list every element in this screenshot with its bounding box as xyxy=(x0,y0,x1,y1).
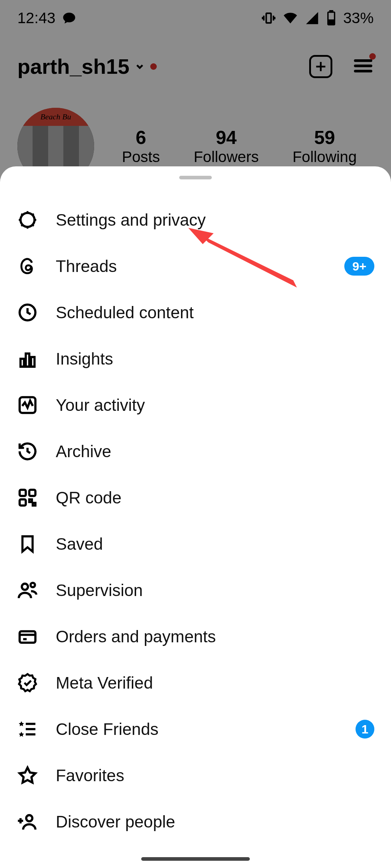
menu-scheduled[interactable]: Scheduled content xyxy=(17,289,374,336)
menu-button[interactable] xyxy=(353,55,374,78)
posts-label: Posts xyxy=(122,148,160,166)
followers-label: Followers xyxy=(194,148,259,166)
svg-rect-11 xyxy=(29,490,35,496)
notification-dot xyxy=(150,63,157,70)
stat-followers[interactable]: 94 Followers xyxy=(194,127,259,166)
menu-insights[interactable]: Insights xyxy=(17,336,374,382)
star-list-icon xyxy=(17,718,38,740)
menu-supervision[interactable]: Supervision xyxy=(17,567,374,613)
svg-rect-0 xyxy=(266,13,271,23)
following-count: 59 xyxy=(293,127,357,148)
gear-icon xyxy=(17,209,38,231)
stat-following[interactable]: 59 Following xyxy=(293,127,357,166)
add-person-icon xyxy=(17,811,38,833)
profile-header: parth_sh15 xyxy=(0,54,391,78)
menu-threads-label: Threads xyxy=(56,256,327,276)
svg-rect-6 xyxy=(21,359,24,367)
username-switcher[interactable]: parth_sh15 xyxy=(17,54,157,78)
svg-rect-14 xyxy=(33,503,35,506)
clock-icon xyxy=(17,302,38,323)
plus-icon xyxy=(314,60,328,73)
menu-orders-label: Orders and payments xyxy=(56,627,374,646)
svg-rect-3 xyxy=(329,20,334,24)
battery-icon xyxy=(326,10,337,26)
chat-icon xyxy=(62,11,76,25)
svg-point-18 xyxy=(26,815,32,821)
chevron-down-icon xyxy=(134,61,145,72)
menu-scheduled-label: Scheduled content xyxy=(56,303,374,322)
menu-notification-dot xyxy=(369,53,376,60)
threads-badge: 9+ xyxy=(344,257,374,276)
threads-icon xyxy=(17,255,38,277)
following-label: Following xyxy=(293,148,357,166)
star-icon xyxy=(17,765,38,786)
menu-saved-label: Saved xyxy=(56,534,374,554)
menu-activity-label: Your activity xyxy=(56,395,374,415)
wifi-icon xyxy=(282,10,298,26)
menu-settings-label: Settings and privacy xyxy=(56,210,374,230)
followers-count: 94 xyxy=(194,127,259,148)
status-time: 12:43 xyxy=(17,9,55,27)
svg-rect-12 xyxy=(20,499,26,506)
qr-icon xyxy=(17,487,38,509)
menu-favorites[interactable]: Favorites xyxy=(17,752,374,799)
menu-close-friends[interactable]: Close Friends 1 xyxy=(17,706,374,752)
svg-point-4 xyxy=(21,213,35,227)
menu-settings[interactable]: Settings and privacy xyxy=(17,197,374,243)
svg-point-15 xyxy=(22,584,28,590)
menu-verified[interactable]: Meta Verified xyxy=(17,660,374,706)
people-icon xyxy=(17,579,38,601)
battery-percentage: 33% xyxy=(343,9,374,27)
menu-discover-label: Discover people xyxy=(56,812,374,831)
svg-rect-13 xyxy=(29,499,32,502)
stat-posts[interactable]: 6 Posts xyxy=(122,127,160,166)
svg-rect-7 xyxy=(26,354,29,367)
menu-activity[interactable]: Your activity xyxy=(17,382,374,428)
menu-archive-label: Archive xyxy=(56,442,374,461)
history-icon xyxy=(17,441,38,462)
vibrate-icon xyxy=(261,11,276,25)
svg-rect-10 xyxy=(20,490,26,496)
activity-icon xyxy=(17,394,38,416)
signal-icon xyxy=(305,11,319,25)
menu-qr[interactable]: QR code xyxy=(17,475,374,521)
menu-favorites-label: Favorites xyxy=(56,766,374,785)
menu-supervision-label: Supervision xyxy=(56,580,374,600)
menu-verified-label: Meta Verified xyxy=(56,673,374,693)
status-bar: 12:43 33% xyxy=(0,0,391,36)
bookmark-icon xyxy=(17,533,38,555)
menu-close-friends-label: Close Friends xyxy=(56,719,338,739)
menu-archive[interactable]: Archive xyxy=(17,428,374,475)
posts-count: 6 xyxy=(122,127,160,148)
menu-discover[interactable]: Discover people xyxy=(17,799,374,845)
close-friends-badge: 1 xyxy=(356,720,374,739)
home-indicator[interactable] xyxy=(141,857,250,861)
bar-chart-icon xyxy=(17,348,38,370)
card-icon xyxy=(17,626,38,647)
menu-insights-label: Insights xyxy=(56,349,374,369)
menu-qr-label: QR code xyxy=(56,488,374,507)
menu-orders[interactable]: Orders and payments xyxy=(17,613,374,660)
drag-handle[interactable] xyxy=(179,176,212,179)
bottom-sheet: Settings and privacy Threads 9+ Schedule… xyxy=(0,166,391,868)
svg-point-16 xyxy=(30,583,35,587)
menu-saved[interactable]: Saved xyxy=(17,521,374,567)
avatar-banner: Beach Bu xyxy=(17,108,94,126)
svg-rect-2 xyxy=(330,11,332,12)
svg-rect-8 xyxy=(31,357,35,367)
create-button[interactable] xyxy=(309,55,332,78)
menu-threads[interactable]: Threads 9+ xyxy=(17,243,374,289)
username-text: parth_sh15 xyxy=(17,54,129,78)
verified-icon xyxy=(17,672,38,694)
svg-rect-17 xyxy=(20,631,35,643)
